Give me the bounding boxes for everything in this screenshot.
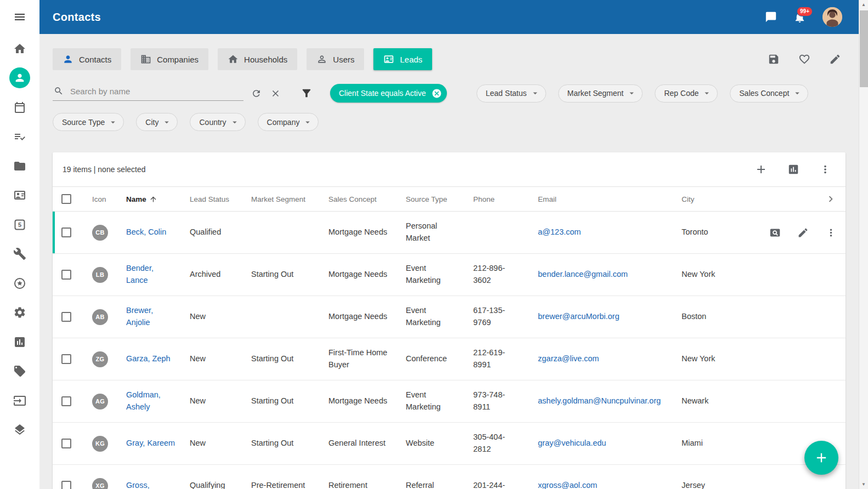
- row-actions: [747, 352, 846, 366]
- hamburger-menu-button[interactable]: [0, 0, 39, 34]
- filter-chip-company[interactable]: Company: [258, 113, 319, 131]
- table-row[interactable]: XGGross,QualifyingPre-RetirementRetireme…: [53, 465, 846, 489]
- chart-view-button[interactable]: [787, 163, 799, 175]
- vertical-scrollbar[interactable]: ▲ ▼: [859, 0, 868, 489]
- pencil-button[interactable]: [829, 53, 841, 65]
- sidebar-item-layers[interactable]: [0, 416, 39, 445]
- filter-chip-city[interactable]: City: [136, 113, 178, 131]
- column-header-market-segment[interactable]: Market Segment: [251, 195, 328, 203]
- refresh-search-button[interactable]: [251, 88, 262, 99]
- filter-chip-country[interactable]: Country: [190, 113, 245, 131]
- row-checkbox[interactable]: [61, 228, 71, 237]
- notifications-button[interactable]: 99+: [793, 11, 806, 24]
- table-row[interactable]: LBBender, LanceArchivedStarting OutMortg…: [53, 254, 846, 296]
- email-link[interactable]: xgross@aol.com: [538, 481, 597, 489]
- scrollbar-thumb[interactable]: [860, 10, 868, 87]
- contact-name-link[interactable]: Gross,: [126, 481, 150, 489]
- sidebar-item-leads[interactable]: [0, 181, 39, 211]
- tab-households[interactable]: Households: [218, 48, 297, 70]
- scrollbar-down-arrow[interactable]: ▼: [859, 480, 868, 489]
- contact-name-link[interactable]: Garza, Zeph: [126, 354, 171, 363]
- column-header-sales-concept[interactable]: Sales Concept: [328, 195, 406, 203]
- sidebar-item-home[interactable]: [0, 34, 39, 64]
- filter-chip-client-state-active[interactable]: Client State equals Active: [330, 84, 447, 103]
- sidebar-item-settings[interactable]: [0, 298, 39, 328]
- tab-leads[interactable]: Leads: [373, 48, 432, 70]
- kebab-row-button[interactable]: [825, 227, 837, 238]
- filter-chip-rep-code[interactable]: Rep Code: [655, 84, 718, 103]
- messages-button[interactable]: [765, 11, 777, 23]
- column-header-source-type[interactable]: Source Type: [406, 195, 473, 203]
- column-header-city[interactable]: City: [682, 195, 747, 203]
- market-segment-cell: Starting Out: [251, 389, 328, 414]
- sidebar-item-import[interactable]: [0, 386, 39, 416]
- table-row[interactable]: ABBrewer, AnjolieNewMortgage NeedsEvent …: [53, 296, 846, 338]
- filter-chip-sales-concept[interactable]: Sales Concept: [730, 84, 808, 103]
- pencil-row-button[interactable]: [797, 227, 809, 238]
- clear-search-button[interactable]: [270, 88, 281, 99]
- email-link[interactable]: gray@vehicula.edu: [538, 439, 606, 447]
- row-checkbox[interactable]: [61, 270, 71, 280]
- email-link[interactable]: brewer@arcuMorbi.org: [538, 312, 620, 321]
- user-avatar[interactable]: [822, 7, 842, 27]
- column-header-phone[interactable]: Phone: [473, 195, 538, 203]
- scrollbar-up-arrow[interactable]: ▲: [859, 0, 868, 9]
- sidebar-item-files[interactable]: [0, 151, 39, 181]
- email-link[interactable]: bender.lance@gmail.com: [538, 270, 628, 278]
- filter-chips-row2: Source TypeCityCountryCompany: [53, 113, 846, 131]
- add-item-button[interactable]: [754, 163, 768, 176]
- contact-name-link[interactable]: Beck, Colin: [126, 228, 166, 236]
- search-input[interactable]: [69, 86, 242, 96]
- row-checkbox[interactable]: [61, 354, 71, 364]
- table-row[interactable]: AGGoldman, AshelyNewStarting OutMortgage…: [53, 380, 846, 423]
- columns-expand-chevron[interactable]: [825, 193, 846, 205]
- remove-filter-button[interactable]: [432, 88, 442, 99]
- market-segment-cell: [251, 310, 328, 323]
- sidebar-item-tools[interactable]: [0, 240, 39, 269]
- row-checkbox[interactable]: [61, 396, 71, 406]
- contact-name-link[interactable]: Gray, Kareem: [126, 439, 175, 447]
- column-header-name[interactable]: Name: [126, 195, 190, 203]
- filter-chip-source-type[interactable]: Source Type: [53, 113, 124, 131]
- contact-name-link[interactable]: Brewer, Anjolie: [126, 306, 153, 327]
- column-header-icon[interactable]: Icon: [92, 195, 126, 203]
- column-header-lead-status[interactable]: Lead Status: [190, 195, 251, 203]
- table-row[interactable]: KGGray, KareemNewStarting OutGeneral Int…: [53, 423, 846, 465]
- row-checkbox[interactable]: [61, 481, 71, 489]
- tab-companies[interactable]: Companies: [131, 48, 208, 70]
- email-link[interactable]: zgarza@live.com: [538, 354, 599, 363]
- sidebar-item-tasks[interactable]: [0, 122, 39, 152]
- filter-chip-market-segment[interactable]: Market Segment: [558, 84, 643, 103]
- row-checkbox[interactable]: [61, 439, 71, 448]
- sidebar-item-favorites[interactable]: [0, 269, 39, 298]
- email-link[interactable]: ashely.goldman@Nuncpulvinar.org: [538, 396, 661, 405]
- sidebar-item-reports[interactable]: [0, 327, 39, 357]
- filter-button[interactable]: [300, 87, 313, 99]
- sidebar-item-five[interactable]: [0, 210, 39, 240]
- tab-users[interactable]: Users: [307, 48, 364, 70]
- save-button[interactable]: [768, 53, 780, 65]
- select-all-checkbox[interactable]: [61, 194, 71, 204]
- contact-name-link[interactable]: Goldman, Ashely: [126, 390, 161, 411]
- column-label: Icon: [92, 195, 106, 203]
- column-header-email[interactable]: Email: [538, 195, 682, 203]
- tab-contacts[interactable]: Contacts: [53, 48, 121, 70]
- source-type-cell: Website: [406, 431, 473, 456]
- contact-name-link[interactable]: Bender, Lance: [126, 264, 154, 285]
- row-checkbox[interactable]: [61, 312, 71, 322]
- heart-button[interactable]: [798, 53, 810, 65]
- filter-chip-lead-status[interactable]: Lead Status: [476, 84, 546, 103]
- email-link[interactable]: a@123.com: [538, 228, 581, 236]
- more-options-button[interactable]: [819, 163, 831, 175]
- name-cell: Garza, Zeph: [126, 346, 190, 372]
- chip-label: Client State equals Active: [339, 89, 426, 98]
- sidebar-item-tags[interactable]: [0, 357, 39, 386]
- pageview-row-button[interactable]: [769, 227, 781, 238]
- header-checkbox-cell: [61, 194, 92, 204]
- table-row[interactable]: CBBeck, ColinQualifiedMortgage NeedsPers…: [53, 212, 846, 254]
- sidebar-item-calendar[interactable]: [0, 93, 39, 122]
- table-row[interactable]: ZGGarza, ZephNewStarting OutFirst-Time H…: [53, 338, 846, 380]
- add-contact-fab[interactable]: [804, 441, 838, 475]
- sidebar-item-contacts[interactable]: [0, 64, 39, 93]
- person-icon: [14, 72, 26, 84]
